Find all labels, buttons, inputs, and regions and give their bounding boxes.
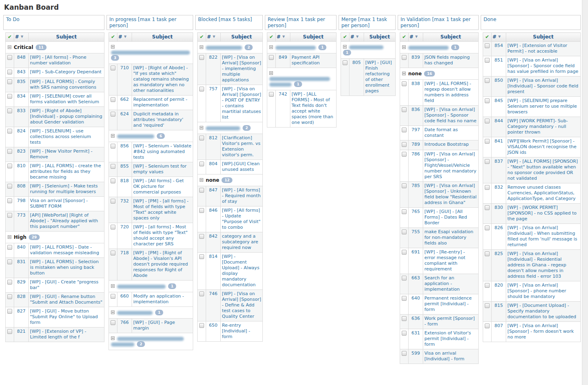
issue-subject-link[interactable]: [WP]-[GUI] Clean unused assets — [222, 161, 261, 172]
subject-column-header[interactable]: Subject — [29, 33, 104, 42]
collapse-icon[interactable] — [269, 45, 273, 49]
issue-id-link[interactable]: 755 — [411, 229, 420, 235]
sort-arrow-icon[interactable]: ▼ — [124, 35, 126, 38]
issue-id-link[interactable]: 845 — [494, 98, 503, 104]
issue-subject-link[interactable]: Introduce Bootstrap — [424, 142, 477, 147]
row-checkbox[interactable] — [199, 55, 204, 60]
issue-subject-link[interactable]: [WP] - [Re-entry] - error message not co… — [424, 249, 477, 272]
issue-subject-link[interactable]: [WP] - [GUI] - Move button "Submit Pay O… — [30, 308, 103, 325]
issue-subject-link[interactable]: [WP] - [GUI] - Create "progress bar" — [30, 279, 103, 291]
issue-id-link[interactable]: 824 — [17, 128, 26, 134]
issue-id-link[interactable]: 599 — [411, 351, 420, 356]
issue-subject-link[interactable]: [WP] - [Visa on Arrival] [Sponsor] - imp… — [222, 55, 261, 83]
issue-id-link[interactable]: 840 — [17, 245, 26, 250]
row-checkbox[interactable] — [111, 144, 115, 149]
subject-column-header[interactable]: Subject — [221, 33, 263, 42]
issue-id-link[interactable]: 785 — [411, 183, 420, 189]
issue-subject-link[interactable]: [WP] - [Document Upload] - Specify manda… — [507, 303, 579, 320]
row-checkbox[interactable] — [7, 79, 12, 84]
issue-id-link[interactable]: 624 — [120, 111, 129, 117]
select-column-header[interactable]: ✔ — [341, 33, 349, 42]
row-checkbox[interactable] — [111, 199, 115, 204]
row-checkbox[interactable] — [485, 43, 490, 48]
issue-subject-link[interactable]: Duplicit metadata in attributes 'mandato… — [133, 111, 192, 128]
row-checkbox[interactable] — [402, 276, 407, 281]
issue-subject-link[interactable]: [WP] - [SELENIUM] cover all forms valida… — [30, 94, 103, 105]
issue-id-link[interactable]: 844 — [494, 118, 503, 124]
issue-id-link[interactable]: 823 — [17, 149, 26, 154]
issue-id-link[interactable]: 834 — [17, 94, 26, 99]
issue-id-link[interactable]: 631 — [411, 330, 420, 336]
row-checkbox[interactable] — [7, 245, 12, 250]
sort-arrow-icon[interactable]: ▼ — [356, 35, 358, 38]
select-column-header[interactable]: ✔ — [109, 33, 117, 42]
issue-id-link[interactable]: 710 — [120, 65, 129, 71]
row-checkbox[interactable] — [111, 112, 115, 117]
issue-id-link[interactable]: 829 — [17, 279, 26, 285]
row-checkbox[interactable] — [199, 136, 204, 140]
issue-subject-link[interactable]: [WP] - [GUI] Finish refactoring of other… — [365, 60, 394, 94]
issue-subject-link[interactable]: Modify an application - implementation — [133, 294, 192, 305]
row-checkbox[interactable] — [199, 162, 204, 166]
issue-subject-link[interactable]: [WP] - [GUI] - Rename button "Submit and… — [30, 294, 103, 305]
issue-id-link[interactable]: 830 — [494, 205, 503, 211]
row-checkbox[interactable] — [7, 184, 12, 189]
issue-id-link[interactable]: 842 — [209, 234, 217, 239]
issue-subject-link[interactable]: [Clarification] Visitor's perm. vs Exten… — [222, 135, 261, 158]
issue-id-link[interactable]: 815 — [494, 303, 503, 308]
subject-column-header[interactable]: Subject — [132, 33, 193, 42]
number-column-header[interactable]: # ▼ — [206, 33, 221, 42]
subject-column-header[interactable]: Subject — [423, 33, 479, 42]
row-checkbox[interactable] — [7, 108, 12, 113]
issue-subject-link[interactable]: make Esapi validation for non-mandatory … — [424, 229, 477, 246]
row-checkbox[interactable] — [269, 55, 274, 60]
issue-id-link[interactable]: 765 — [411, 209, 420, 215]
row-checkbox[interactable] — [111, 225, 115, 230]
row-checkbox[interactable] — [402, 316, 407, 321]
row-checkbox[interactable] — [199, 291, 204, 296]
issue-id-link[interactable]: 798 — [17, 198, 26, 204]
row-checkbox[interactable] — [485, 205, 490, 210]
issue-id-link[interactable]: 832 — [494, 185, 503, 190]
row-checkbox[interactable] — [485, 78, 490, 83]
select-column-header[interactable]: ✔ — [483, 33, 492, 42]
issue-subject-link[interactable]: [WP] - [All forms] - Get OK picture for … — [133, 178, 192, 195]
issue-subject-link[interactable]: Replacement of permit - implementation — [133, 97, 192, 108]
issue-subject-link[interactable]: [WP] - [GUI] - Page margin — [133, 320, 192, 331]
row-checkbox[interactable] — [402, 142, 407, 147]
issue-subject-link[interactable]: Visa on arrival [Individual] - form — [424, 351, 477, 362]
issue-id-link[interactable]: 636 — [411, 316, 420, 321]
issue-id-link[interactable]: 836 — [411, 107, 420, 113]
row-checkbox[interactable] — [485, 139, 490, 144]
issue-id-link[interactable]: 663 — [411, 275, 420, 281]
issue-subject-link[interactable]: [WP] - [ALL FORMS] - Date - validation m… — [30, 245, 103, 256]
row-checkbox[interactable] — [402, 250, 407, 255]
issue-id-link[interactable]: 827 — [17, 308, 26, 314]
row-checkbox[interactable] — [7, 309, 12, 314]
row-checkbox[interactable] — [199, 208, 204, 213]
issue-subject-link[interactable]: [WP] - [All forms] - Required month of s… — [222, 187, 261, 204]
issue-id-link[interactable]: 856 — [120, 143, 129, 149]
row-checkbox[interactable] — [485, 225, 490, 230]
issue-id-link[interactable]: 825 — [494, 251, 503, 257]
issue-id-link[interactable]: 807 — [494, 323, 503, 329]
row-checkbox[interactable] — [7, 260, 12, 264]
row-checkbox[interactable] — [485, 119, 490, 123]
row-checkbox[interactable] — [111, 164, 115, 169]
row-checkbox[interactable] — [402, 230, 407, 234]
issue-subject-link[interactable]: [WP] - [Visa on Arrival] [Sponsor] - pho… — [507, 283, 579, 300]
row-checkbox[interactable] — [7, 280, 12, 285]
row-checkbox[interactable] — [7, 94, 12, 99]
sort-arrow-icon[interactable]: ▼ — [498, 35, 501, 38]
row-checkbox[interactable] — [111, 179, 115, 183]
issue-id-link[interactable]: 851 — [494, 57, 503, 63]
issue-id-link[interactable]: 828 — [17, 294, 26, 300]
issue-subject-link[interactable]: [WP] - [ALL FORMS] - regexp doesn't allo… — [424, 81, 477, 104]
issue-id-link[interactable]: 855 — [120, 164, 129, 169]
row-checkbox[interactable] — [402, 296, 407, 301]
number-column-header[interactable]: # ▼ — [349, 33, 364, 42]
issue-subject-link[interactable]: Search for an application - implementati… — [424, 275, 477, 292]
issue-subject-link[interactable]: Permanent residence permit [Individual] … — [424, 296, 477, 313]
row-checkbox[interactable] — [7, 70, 12, 74]
row-checkbox[interactable] — [111, 320, 115, 325]
